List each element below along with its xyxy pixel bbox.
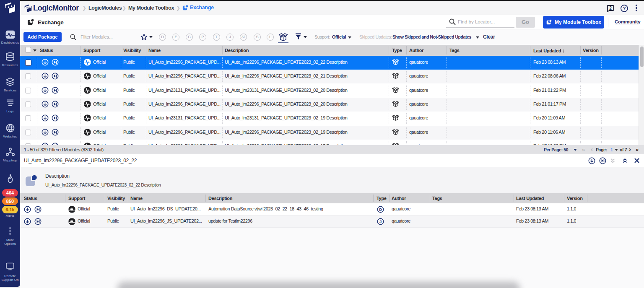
svg-text:J: J <box>379 219 382 224</box>
svg-text:D: D <box>379 207 382 212</box>
svg-text:?: ? <box>623 6 626 11</box>
svg-text:2: 2 <box>609 6 612 10</box>
